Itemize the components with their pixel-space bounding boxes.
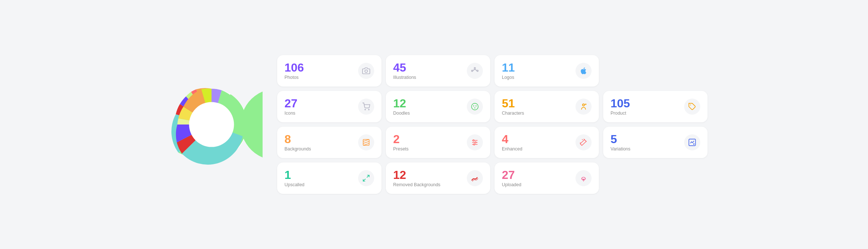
stat-product-number: 105 [611,97,630,109]
svg-point-7 [365,109,365,110]
svg-point-14 [582,104,585,106]
stat-characters-label: Characters [502,111,524,116]
svg-point-5 [477,70,478,72]
stat-backgrounds-number: 8 [284,133,311,145]
stat-product-label: Product [611,111,630,116]
bezier-icon [471,67,479,75]
stat-uploaded-label: Uploaded [502,182,521,187]
stat-enhanced: 4 Enhanced [495,127,599,158]
stat-variations-label: Variations [611,146,631,152]
stat-illustrations-label: Illustrations [393,75,416,80]
palette-icon [471,103,479,111]
stat-backgrounds: 8 Backgrounds [277,127,381,158]
upscalled-icon-wrap [358,170,374,186]
stat-doodles: 12 Doodles [386,91,490,122]
svg-point-3 [365,70,367,72]
stat-icons-number: 27 [284,97,298,109]
stat-icons: 27 Icons [277,91,381,122]
stat-doodles-label: Doodles [393,111,410,116]
cloud-upload-icon [580,174,588,182]
stat-backgrounds-label: Backgrounds [284,146,311,152]
stat-upscalled-number: 1 [284,169,305,181]
product-icon-wrap [684,99,700,115]
svg-point-11 [476,106,477,107]
dashboard-container: 106 Photos 45 Illustrations [160,55,708,194]
svg-line-17 [363,139,369,142]
removed-backgrounds-icon-wrap [467,170,483,186]
stats-grid: 106 Photos 45 Illustrations [277,55,708,194]
stat-illustrations: 45 Illustrations [386,55,490,87]
stat-presets-number: 2 [393,133,408,145]
grid-hatched-icon [362,138,370,146]
svg-point-10 [473,106,474,107]
presets-icon-wrap [467,134,483,150]
stat-logos: 11 Logos [495,55,599,87]
expand-icon [362,174,370,182]
variations-icon-wrap [684,134,700,150]
stat-photos-left: 106 Photos [284,62,304,80]
svg-point-9 [472,103,478,110]
svg-line-18 [363,141,369,143]
stat-logos-number: 11 [502,62,515,73]
svg-line-19 [363,143,369,146]
stat-doodles-number: 12 [393,97,410,109]
enhanced-icon-wrap [576,134,592,150]
photos-icon-wrap [358,63,374,79]
donut-chart [160,73,263,176]
svg-point-6 [474,68,476,69]
stat-presets-label: Presets [393,146,408,152]
svg-line-28 [363,179,365,181]
spacer-row4 [603,162,708,194]
stat-uploaded: 27 Uploaded [495,162,599,194]
apple-icon [580,67,588,75]
stat-characters-number: 51 [502,97,524,109]
stat-photos: 106 Photos [277,55,381,87]
variations-chart-icon [688,138,696,146]
stat-removed-backgrounds: 12 Removed Backgrounds [386,162,490,194]
stat-photos-label: Photos [284,75,304,80]
stat-variations-number: 5 [611,133,631,145]
logos-icon-wrap [576,63,592,79]
person-icon [580,103,588,111]
stat-upscalled-label: Upscalled [284,182,305,187]
stat-variations: 5 Variations [603,127,708,158]
characters-icon-wrap [576,99,592,115]
camera-icon [362,67,370,75]
stat-enhanced-number: 4 [502,133,522,145]
sliders-icon [471,138,479,146]
stat-logos-label: Logos [502,75,515,80]
cart-icon [362,103,370,111]
stat-upscalled: 1 Upscalled [277,162,381,194]
svg-point-2 [189,102,234,147]
svg-point-25 [473,144,475,145]
stat-icons-label: Icons [284,111,298,116]
stat-enhanced-label: Enhanced [502,146,522,152]
stat-characters: 51 Characters [495,91,599,122]
tag-icon [688,103,696,111]
stat-removed-backgrounds-number: 12 [393,169,441,181]
svg-point-4 [472,70,473,72]
svg-point-23 [473,140,474,141]
svg-line-27 [367,175,369,177]
icons-icon-wrap [358,99,374,115]
stat-photos-number: 106 [284,62,304,73]
stat-uploaded-number: 27 [502,169,521,181]
wand-icon [580,138,588,146]
doodles-icon-wrap [467,99,483,115]
svg-point-12 [474,107,476,108]
svg-point-8 [368,109,369,110]
stat-illustrations-number: 45 [393,62,416,73]
stat-product: 105 Product [603,91,708,122]
stat-removed-backgrounds-label: Removed Backgrounds [393,182,441,187]
backgrounds-icon-wrap [358,134,374,150]
stat-presets: 2 Presets [386,127,490,158]
spacer-row1 [603,55,708,87]
illustrations-icon-wrap [467,63,483,79]
uploaded-icon-wrap [576,170,592,186]
eraser-icon [471,174,479,182]
svg-point-24 [475,142,476,143]
